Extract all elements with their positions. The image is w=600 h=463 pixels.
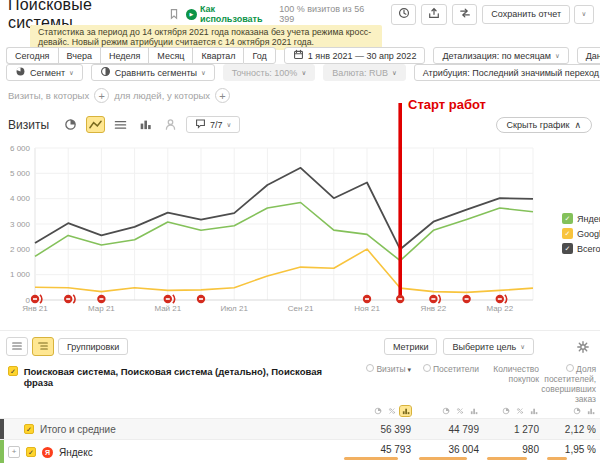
column-header-1[interactable]: Посетители bbox=[415, 364, 483, 418]
compare-segments-dropdown[interactable]: Сравнить сегменты ∨ bbox=[91, 64, 215, 81]
metric-value-cell: 2,12 % bbox=[543, 419, 600, 439]
select-all-checkbox[interactable]: ✓ bbox=[8, 366, 18, 376]
export-button[interactable] bbox=[421, 4, 447, 25]
note-marker[interactable] bbox=[396, 295, 404, 303]
metric-value: 980 bbox=[487, 444, 539, 455]
currency-dropdown[interactable]: Валюта: RUB ∨ bbox=[323, 64, 406, 81]
chart-legend: ✓Яндекс✓Google✓Всего bbox=[562, 213, 600, 254]
pie-mini-toggle[interactable] bbox=[372, 406, 383, 416]
gear-icon[interactable] bbox=[576, 340, 590, 354]
start-annotation-label: Старт работ bbox=[408, 97, 486, 112]
expand-row-button[interactable]: + bbox=[8, 446, 20, 458]
play-icon: ▶ bbox=[186, 9, 197, 20]
chevron-down-icon: ∨ bbox=[201, 69, 206, 77]
bookmark-icon[interactable] bbox=[168, 8, 180, 20]
chevron-down-icon: ∨ bbox=[582, 10, 587, 18]
date-range-button[interactable]: 1 янв 2021 — 30 апр 2022 bbox=[284, 47, 426, 64]
detalization-dropdown[interactable]: Детализация: по месяцам ∨ bbox=[433, 47, 568, 64]
note-marker[interactable] bbox=[97, 295, 105, 303]
metrics-button[interactable]: Метрики bbox=[384, 338, 437, 355]
save-report-caret-button[interactable]: ∨ bbox=[574, 5, 594, 24]
period-button-год[interactable]: Год bbox=[243, 47, 275, 64]
note-marker[interactable] bbox=[429, 295, 440, 303]
share-button[interactable] bbox=[452, 4, 478, 25]
metric-value: 44 799 bbox=[419, 424, 479, 435]
table-toolbar: Группировки Метрики Выберите цель ∨ bbox=[0, 331, 600, 360]
chart-line-yandex bbox=[35, 203, 533, 261]
note-marker[interactable] bbox=[197, 295, 205, 303]
note-marker[interactable] bbox=[164, 295, 175, 303]
column-label: Посетители bbox=[423, 364, 479, 374]
metric-view-toggles bbox=[500, 404, 539, 418]
save-report-button[interactable]: Сохранить отчет bbox=[482, 5, 570, 24]
column-header-2[interactable]: Количество покупок bbox=[483, 364, 543, 418]
period-button-сегодня[interactable]: Сегодня bbox=[6, 47, 58, 64]
column-header-3[interactable]: Доля посетителей, совершивших заказ bbox=[543, 364, 600, 418]
legend-item-yandex[interactable]: ✓Яндекс bbox=[562, 213, 600, 224]
legend-checkbox[interactable]: ✓ bbox=[562, 228, 573, 239]
percent-mini-toggle[interactable] bbox=[454, 406, 465, 416]
chevron-down-icon: ∨ bbox=[555, 52, 560, 60]
percent-mini-toggle[interactable] bbox=[386, 406, 397, 416]
period-button-неделя[interactable]: Неделя bbox=[100, 47, 148, 64]
bars-mini-toggle[interactable] bbox=[400, 406, 411, 416]
flat-view-button[interactable] bbox=[6, 337, 28, 356]
note-marker[interactable] bbox=[496, 295, 507, 303]
row-checkbox[interactable]: ✓ bbox=[26, 447, 36, 457]
period-button-квартал[interactable]: Квартал bbox=[192, 47, 243, 64]
legend-item-google[interactable]: ✓Google bbox=[562, 228, 600, 239]
visits-share-text: 100 % визитов из 56 399 bbox=[279, 4, 380, 24]
hide-chart-button[interactable]: Скрыть график ∧ bbox=[496, 117, 592, 133]
legend-item-total[interactable]: ✓Всего bbox=[562, 243, 600, 254]
svg-text:Ноя 21: Ноя 21 bbox=[354, 304, 380, 313]
pie-chart-toggle[interactable] bbox=[61, 116, 80, 133]
pie-mini-toggle[interactable] bbox=[500, 406, 511, 416]
percent-mini-toggle[interactable] bbox=[514, 406, 525, 416]
note-marker[interactable] bbox=[31, 295, 42, 303]
segment-dropdown[interactable]: Сегмент ∨ bbox=[6, 64, 83, 81]
data-mode-dropdown[interactable]: Данные: с роботами ∨ bbox=[577, 47, 600, 64]
row-checkbox[interactable]: ✓ bbox=[24, 424, 34, 434]
note-marker[interactable] bbox=[64, 295, 75, 303]
bar-chart-toggle[interactable] bbox=[136, 116, 155, 133]
audience-toggle[interactable] bbox=[161, 116, 180, 133]
svg-text:Янв 22: Янв 22 bbox=[421, 304, 447, 313]
groupings-button[interactable]: Группировки bbox=[58, 338, 128, 355]
schedule-button[interactable] bbox=[391, 4, 417, 25]
legend-checkbox[interactable]: ✓ bbox=[562, 213, 573, 224]
tree-view-button[interactable] bbox=[32, 337, 54, 356]
share-bar bbox=[419, 457, 467, 460]
list-view-icon bbox=[11, 338, 23, 356]
svg-text:Сен 21: Сен 21 bbox=[288, 304, 314, 313]
series-color-strip bbox=[0, 419, 4, 439]
period-button-вчера[interactable]: Вчера bbox=[58, 47, 100, 64]
metric-value-cell: 56 399 bbox=[340, 419, 415, 439]
legend-checkbox[interactable]: ✓ bbox=[562, 243, 573, 254]
table-row-yandex: +✓ЯЯндекс45 79336 0049801,95 % bbox=[0, 439, 600, 463]
chevron-up-icon: ∧ bbox=[574, 120, 581, 130]
yandex-favicon: Я bbox=[42, 447, 53, 458]
row-name-cell: +✓ЯЯндекс bbox=[0, 440, 340, 463]
notes-counter-dropdown[interactable]: 7/7 ∨ bbox=[186, 116, 240, 133]
bars-mini-toggle[interactable] bbox=[585, 406, 596, 416]
metric-value: 36 004 bbox=[419, 444, 479, 455]
bars-mini-toggle[interactable] bbox=[468, 406, 479, 416]
note-marker[interactable] bbox=[363, 295, 371, 303]
row-name: Итого и средние bbox=[40, 424, 116, 435]
accuracy-dropdown[interactable]: Точность: 100% ∨ bbox=[223, 64, 315, 81]
column-header-0[interactable]: Визиты ▾ bbox=[340, 364, 415, 418]
how-to-use-link[interactable]: ▶ Как использовать bbox=[186, 4, 279, 24]
stacked-chart-toggle[interactable] bbox=[111, 116, 130, 133]
bars-mini-toggle[interactable] bbox=[528, 406, 539, 416]
attribution-dropdown[interactable]: Атрибуция: Последний значимый переход КД… bbox=[414, 64, 600, 81]
row-name[interactable]: Яндекс bbox=[59, 447, 93, 458]
pie-mini-toggle[interactable] bbox=[571, 406, 582, 416]
pie-mini-toggle[interactable] bbox=[440, 406, 451, 416]
choose-goal-dropdown[interactable]: Выберите цель ∨ bbox=[443, 338, 534, 355]
period-button-месяц[interactable]: Месяц bbox=[148, 47, 192, 64]
chevron-down-icon: ∨ bbox=[392, 69, 397, 77]
metric-value-cell: 45 793 bbox=[340, 440, 415, 463]
note-marker[interactable] bbox=[462, 295, 470, 303]
line-chart-toggle[interactable] bbox=[86, 116, 105, 133]
help-icon bbox=[366, 364, 374, 372]
